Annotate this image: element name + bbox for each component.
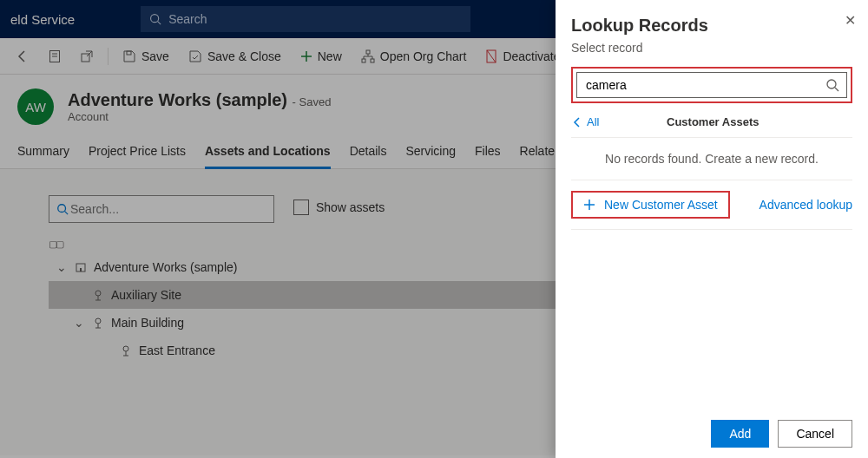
- tab-details[interactable]: Details: [350, 135, 387, 168]
- svg-point-0: [151, 15, 159, 23]
- popout-icon: [80, 49, 94, 63]
- svg-point-20: [123, 346, 128, 351]
- page-title: Adventure Works (sample) - Saved: [68, 90, 331, 110]
- svg-rect-9: [366, 50, 370, 54]
- global-search[interactable]: Search: [141, 6, 470, 32]
- tab-files[interactable]: Files: [475, 135, 501, 168]
- search-icon[interactable]: [825, 78, 839, 92]
- document-icon: [49, 49, 61, 63]
- location-icon: [92, 289, 104, 301]
- plus-icon: [583, 199, 595, 211]
- save-icon: [122, 49, 136, 63]
- panel-title: Lookup Records: [571, 16, 852, 36]
- chevron-down-icon[interactable]: ⌄: [73, 316, 85, 330]
- lookup-panel: ✕ Lookup Records Select record All Custo…: [556, 0, 868, 458]
- open-org-chart-button[interactable]: Open Org Chart: [352, 38, 476, 74]
- saved-indicator: - Saved: [293, 95, 332, 108]
- plus-icon: [300, 50, 312, 62]
- lookup-section-title: Customer Assets: [599, 115, 826, 128]
- record-set-button[interactable]: [40, 38, 69, 74]
- save-close-button[interactable]: Save & Close: [180, 38, 290, 74]
- popout-button[interactable]: [71, 38, 102, 74]
- new-customer-asset-button[interactable]: New Customer Asset: [571, 191, 730, 219]
- location-icon: [120, 344, 132, 357]
- tree-search-input[interactable]: [69, 201, 266, 217]
- svg-line-1: [158, 22, 161, 25]
- arrow-left-icon: [16, 49, 30, 63]
- svg-point-14: [58, 205, 66, 213]
- save-button[interactable]: Save: [114, 38, 178, 74]
- location-icon: [92, 317, 104, 329]
- tab-summary[interactable]: Summary: [17, 135, 69, 168]
- building-icon: [75, 261, 87, 273]
- org-chart-icon: [361, 49, 375, 63]
- lookup-nav-row: All Customer Assets: [571, 112, 852, 138]
- svg-point-21: [827, 80, 836, 88]
- tree-search[interactable]: [49, 195, 274, 223]
- svg-rect-6: [127, 51, 131, 55]
- global-search-placeholder: Search: [168, 12, 207, 26]
- panel-subtitle: Select record: [571, 41, 852, 55]
- svg-point-19: [95, 318, 101, 324]
- lookup-search-input[interactable]: [584, 77, 825, 93]
- highlight-box: [571, 67, 852, 103]
- search-icon: [149, 13, 161, 25]
- checkbox-icon[interactable]: [293, 200, 309, 215]
- svg-line-13: [487, 50, 496, 62]
- search-icon: [56, 203, 69, 215]
- svg-line-15: [65, 212, 69, 215]
- close-button[interactable]: ✕: [845, 12, 856, 29]
- save-close-icon: [188, 49, 202, 63]
- show-assets-toggle[interactable]: Show assets: [293, 200, 385, 215]
- svg-point-18: [95, 291, 101, 296]
- svg-line-22: [835, 88, 838, 91]
- add-button[interactable]: Add: [711, 420, 769, 448]
- entity-label: Account: [68, 110, 331, 123]
- tab-project-price-lists[interactable]: Project Price Lists: [89, 135, 186, 168]
- back-button[interactable]: [7, 38, 38, 74]
- svg-rect-17: [80, 268, 82, 272]
- tab-assets-locations[interactable]: Assets and Locations: [205, 135, 331, 168]
- chevron-down-icon[interactable]: ⌄: [56, 260, 68, 274]
- lookup-search[interactable]: [576, 72, 847, 98]
- back-all-link[interactable]: All: [571, 115, 599, 128]
- advanced-lookup-link[interactable]: Advanced lookup: [760, 198, 852, 212]
- avatar: AW: [17, 88, 54, 125]
- arrow-left-icon: [571, 116, 583, 128]
- deactivate-icon: [485, 49, 497, 63]
- cancel-button[interactable]: Cancel: [778, 420, 852, 448]
- svg-rect-10: [362, 59, 365, 62]
- tab-related[interactable]: Relate: [520, 135, 555, 168]
- svg-rect-11: [371, 59, 374, 62]
- tab-servicing[interactable]: Servicing: [405, 135, 456, 168]
- new-button[interactable]: New: [292, 38, 351, 74]
- app-brand: eld Service: [10, 12, 75, 27]
- no-records-text: No records found. Create a new record.: [571, 138, 852, 180]
